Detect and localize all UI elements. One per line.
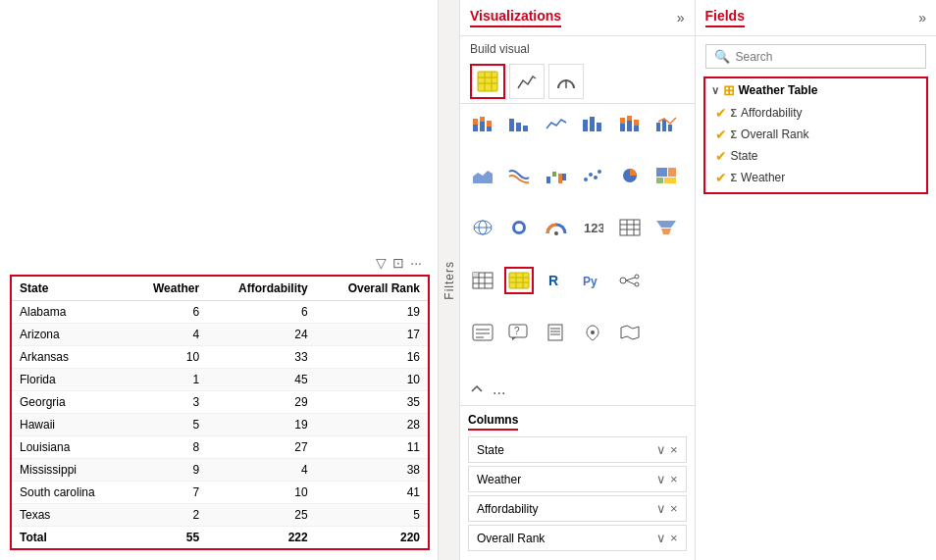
weather-table-label: Weather Table <box>739 83 818 97</box>
column-item: Affordability∨× <box>468 495 687 522</box>
viz-icon-qna[interactable]: ? <box>504 319 534 346</box>
gauge-viz-icon[interactable] <box>548 64 584 99</box>
column-sort-icon[interactable]: ∨ <box>656 501 666 516</box>
viz-icon-line[interactable] <box>542 110 571 137</box>
svg-rect-23 <box>634 120 639 126</box>
fields-chevron-icon[interactable]: » <box>918 10 926 25</box>
weather-table-header: ∨ ⊞ Weather Table <box>711 82 921 98</box>
fields-header: Fields » <box>696 0 937 36</box>
field-item[interactable]: ✔ΣAffordability <box>711 102 921 124</box>
viz-icon-waterfall[interactable] <box>542 162 571 189</box>
viz-icon-funnel[interactable] <box>651 214 681 241</box>
column-sort-icon[interactable]: ∨ <box>656 531 666 545</box>
svg-text:Py: Py <box>583 275 598 288</box>
column-item-controls: ∨× <box>656 501 678 516</box>
fields-panel-title: Fields <box>705 8 745 27</box>
table-cell-value: 41 <box>316 482 429 504</box>
viz-icon-map2[interactable] <box>578 319 607 346</box>
search-box[interactable]: 🔍 <box>705 44 927 69</box>
viz-icon-ribbon[interactable] <box>504 162 534 189</box>
viz-icon-gauge[interactable] <box>542 214 571 241</box>
viz-expand-dots[interactable]: ... <box>460 375 695 405</box>
viz-icon-stacked-bar[interactable] <box>468 110 497 137</box>
viz-icon-number[interactable]: 123 <box>578 214 607 241</box>
viz-icon-donut[interactable] <box>504 214 534 241</box>
field-item[interactable]: ✔ΣOverall Rank <box>711 124 921 145</box>
viz-icon-shape-map[interactable] <box>615 319 645 346</box>
svg-rect-8 <box>480 122 485 131</box>
column-item: Weather∨× <box>468 466 687 492</box>
column-item-controls: ∨× <box>656 442 678 457</box>
viz-icon-blank2 <box>651 319 681 346</box>
viz-icon-smart-narrative[interactable] <box>468 319 497 346</box>
table-cell-value: 1 <box>129 369 208 391</box>
viz-chevron-icon[interactable]: » <box>677 10 685 25</box>
field-checkbox-icon[interactable]: ✔ <box>715 127 727 142</box>
column-remove-icon[interactable]: × <box>670 472 678 486</box>
viz-icon-scatter[interactable] <box>578 162 607 189</box>
field-name-label: Overall Rank <box>741 127 808 141</box>
svg-rect-24 <box>656 123 660 131</box>
viz-icon-table-active[interactable] <box>504 267 534 294</box>
viz-icon-py[interactable]: Py <box>578 267 607 294</box>
field-checkbox-icon[interactable]: ✔ <box>715 148 727 164</box>
table-cell-state: Louisiana <box>11 436 129 459</box>
expand-icon[interactable]: ⊡ <box>392 255 404 271</box>
svg-text:?: ? <box>514 326 520 336</box>
field-checkbox-icon[interactable]: ✔ <box>715 105 727 121</box>
field-checkbox-icon[interactable]: ✔ <box>715 170 727 185</box>
svg-rect-48 <box>620 220 640 235</box>
column-sort-icon[interactable]: ∨ <box>656 472 666 486</box>
field-item[interactable]: ✔ΣWeather <box>711 167 921 188</box>
viz-icon-bar[interactable] <box>504 110 534 137</box>
column-sort-icon[interactable]: ∨ <box>656 442 666 457</box>
viz-icon-table-grid[interactable] <box>615 214 645 241</box>
svg-rect-37 <box>656 168 667 177</box>
svg-rect-29 <box>552 172 556 177</box>
svg-point-68 <box>620 278 626 283</box>
col-header-overall-rank: Overall Rank <box>316 276 429 301</box>
columns-list: State∨×Weather∨×Affordability∨×Overall R… <box>468 436 687 551</box>
column-remove-icon[interactable]: × <box>670 442 678 457</box>
viz-icon-combo[interactable] <box>651 110 681 137</box>
svg-marker-54 <box>661 229 671 234</box>
table-cell-value: 4 <box>129 324 208 346</box>
viz-icon-r[interactable]: R <box>542 267 571 294</box>
table-row: Georgria32935 <box>11 391 429 414</box>
svg-line-71 <box>626 278 635 280</box>
table-cell-state: South carolina <box>11 482 129 504</box>
viz-icon-matrix[interactable] <box>468 267 497 294</box>
line-viz-icon[interactable] <box>509 64 545 99</box>
svg-rect-13 <box>516 123 521 131</box>
search-input[interactable] <box>736 50 918 64</box>
more-icon[interactable]: ··· <box>410 255 422 271</box>
col-header-state: State <box>11 276 129 301</box>
viz-icon-paginated[interactable] <box>542 319 571 346</box>
column-item-controls: ∨× <box>656 531 678 545</box>
col-header-weather: Weather <box>129 276 208 301</box>
viz-icon-pie[interactable] <box>615 162 645 189</box>
svg-point-34 <box>594 176 598 179</box>
table-row: South carolina71041 <box>11 482 429 504</box>
filter-icon[interactable]: ▽ <box>376 255 387 271</box>
viz-icon-column[interactable] <box>578 110 607 137</box>
viz-icon-decomp-tree[interactable] <box>615 267 645 294</box>
viz-icon-treemap[interactable] <box>651 162 681 189</box>
table-viz-icon[interactable] <box>470 64 505 99</box>
column-item-label: State <box>477 443 504 457</box>
column-remove-icon[interactable]: × <box>670 501 678 516</box>
columns-section-title: Columns <box>468 413 518 431</box>
field-item[interactable]: ✔State <box>711 145 921 167</box>
svg-rect-11 <box>487 121 492 127</box>
table-cell-state: Alabama <box>11 301 129 324</box>
viz-icon-stacked-col[interactable] <box>615 110 645 137</box>
table-cell-value: 7 <box>129 482 208 504</box>
viz-icon-area[interactable] <box>468 162 497 189</box>
viz-icon-map[interactable] <box>468 214 497 241</box>
svg-rect-15 <box>583 120 588 131</box>
table-row: Louisiana82711 <box>11 436 429 459</box>
weather-table-chevron[interactable]: ∨ <box>711 84 719 97</box>
viz-icon-grid: 123 <box>460 104 695 375</box>
column-remove-icon[interactable]: × <box>670 531 678 545</box>
viz-header: Visualizations » <box>460 0 695 36</box>
